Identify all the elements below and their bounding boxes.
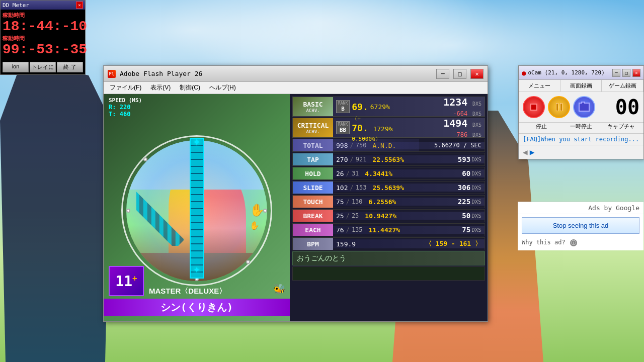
slide-label: SLIDE xyxy=(293,182,333,194)
dd-time-label1: 稼動時間 xyxy=(3,12,83,19)
each-stat-data: 76 / 135 11.4427% 75 DXS xyxy=(333,226,485,234)
song-subtitle-row xyxy=(292,266,485,281)
flash-icon-label: Fl xyxy=(109,71,115,76)
edge-dot-bottomright xyxy=(246,260,250,264)
stop-seeing-ad-button[interactable]: Stop seeing this ad xyxy=(522,217,639,234)
dd-btn-ion[interactable]: ion xyxy=(3,62,29,72)
basic-rank-badge: RANK B xyxy=(336,100,350,113)
touch-icon: ✋✋ xyxy=(250,203,265,231)
stop-btn-group xyxy=(523,96,545,118)
touch-label: TOUCH xyxy=(293,196,333,208)
ocam-menu-screen[interactable]: 画面録画 xyxy=(560,80,602,92)
flash-menubar: ファイル(F) 表示(V) 制御(C) ヘルプ(H) xyxy=(104,82,488,94)
speed-title: SPEED (MS) xyxy=(109,97,142,104)
dd-btn-end[interactable]: 終 了 xyxy=(57,62,83,72)
ocam-minimize-button[interactable]: ─ xyxy=(612,69,620,77)
bpm-stat-row: BPM 159.9 〈 159 - 161 〉 xyxy=(292,237,485,250)
total-stat-row: TOTAL 998 / 750 A.N.D. 5.66270 / SEC xyxy=(292,139,485,152)
ocam-window: ● oCam (21, 0, 1280, 720) ─ □ ✕ メニュー 画面録… xyxy=(518,65,644,159)
star-top: ✦ xyxy=(193,133,201,149)
ocam-control-area: 00 停止 一時停止 キャプチャ xyxy=(519,92,643,133)
flash-close-button[interactable]: ✕ xyxy=(470,69,484,79)
ocam-menu-game[interactable]: ゲーム録画 xyxy=(602,80,643,92)
slide-stat-data: 102 / 153 25.5639% 306 DXS xyxy=(333,184,485,192)
speed-t-label: T: xyxy=(109,111,116,118)
stop-button[interactable] xyxy=(523,96,545,118)
speed-r-value: 220 xyxy=(120,104,131,111)
menu-view[interactable]: 表示(V) xyxy=(146,82,175,93)
speed-display: SPEED (MS) R: 220 T: 460 xyxy=(109,97,142,118)
flash-maximize-button[interactable]: □ xyxy=(453,69,466,79)
critical-label: CRITICAL ACHV. xyxy=(293,118,333,137)
why-this-ad-link[interactable]: Why this ad? ⓘ xyxy=(518,237,643,250)
menu-control[interactable]: 制御(C) xyxy=(176,82,204,93)
character-left xyxy=(0,60,111,362)
capture-icon-notch xyxy=(581,102,585,104)
pause-bar-1 xyxy=(556,103,558,111)
dd-time-label2: 稼動時間 xyxy=(3,35,83,42)
dd-meter-close-button[interactable]: ✕ xyxy=(76,2,83,9)
speed-r-label: R: xyxy=(109,104,116,111)
tap-stat-data: 270 / 921 22.5563% 593 DXS xyxy=(333,155,485,163)
ocam-title: oCam (21, 0, 1280, 720) xyxy=(528,69,610,76)
ocam-icon: ● xyxy=(522,69,526,77)
dd-meter-content: 稼動時間 18:-44:-10 稼動時間 99:-53:-35 xyxy=(1,10,85,60)
hold-stat-row: HOLD 26 / 31 4.3441% 60 DXS xyxy=(292,167,485,180)
break-stat-data: 25 / 25 10.9427% 50 DXS xyxy=(333,212,485,220)
each-stat-row: EACH 76 / 135 11.4427% 75 DXS xyxy=(292,223,485,236)
ocam-menubar: メニュー 画面録画 ゲーム録画 xyxy=(519,80,643,92)
nav-forward-arrow[interactable]: ▶ xyxy=(530,147,535,157)
menu-file[interactable]: ファイル(F) xyxy=(106,82,145,93)
dd-btn-tray[interactable]: トレイに xyxy=(30,62,56,72)
speed-t: T: 460 xyxy=(109,111,142,118)
player-name: シン(くりきん) xyxy=(160,301,233,314)
game-content: SPEED (MS) R: 220 T: 460 xyxy=(104,94,488,321)
break-stat-row: BREAK 25 / 25 10.9427% 50 DXS xyxy=(292,209,485,222)
critical-pct-block: 〈+ 70. 1729% 0.5000%〉 xyxy=(352,113,392,143)
ocam-info-link[interactable]: [FAQ]When you start recording... xyxy=(519,133,643,145)
capture-label: キャプチャ xyxy=(603,123,639,130)
total-bar-bg xyxy=(293,139,419,151)
ocam-menu-menu[interactable]: メニュー xyxy=(519,80,560,92)
dd-meter-titlebar: DD Meter ✕ xyxy=(1,1,85,10)
ads-by-google: Ads by Google xyxy=(518,202,643,214)
basic-label: BASIC ACHV. xyxy=(293,97,333,116)
edge-dot-left xyxy=(126,209,130,213)
master-icon: 🐝 xyxy=(273,283,286,295)
menu-help[interactable]: ヘルプ(H) xyxy=(205,82,240,93)
basic-score-big: 1234 DXS xyxy=(443,96,481,108)
dd-time1: 18:-44:-10 xyxy=(3,19,83,35)
capture-icon xyxy=(579,103,590,112)
critical-score-row: CRITICAL ACHV. RANK BB 〈+ 70. 1729% 0 xyxy=(292,118,485,138)
bpm-label: BPM xyxy=(293,238,333,250)
nav-back-arrow[interactable]: ◀ xyxy=(523,147,528,157)
tap-stat-row: TAP 270 / 921 22.5563% 593 DXS xyxy=(292,153,485,166)
speed-t-value: 460 xyxy=(120,111,131,118)
ocam-close-button[interactable]: ✕ xyxy=(632,69,640,77)
critical-score-diff: -786 DXS xyxy=(443,129,481,139)
dd-time2: 99:-53:-35 xyxy=(3,42,83,58)
tap-label: TAP xyxy=(293,153,333,165)
ocam-nav: ◀ ▶ xyxy=(519,145,643,159)
critical-score-big: 1494 DXS xyxy=(443,117,481,129)
basic-score-diff: -664 DXS xyxy=(443,108,481,118)
ocam-maximize-button[interactable]: □ xyxy=(622,69,630,77)
hold-label: HOLD xyxy=(293,167,333,179)
pause-button[interactable] xyxy=(548,96,570,118)
slide-stat-row: SLIDE 102 / 153 25.5639% 306 DXS xyxy=(292,181,485,194)
ocam-control-labels: 停止 一時停止 キャプチャ xyxy=(519,123,643,133)
each-label: EACH xyxy=(293,224,333,236)
touch-stat-row: TOUCH 75 / 130 6.2556% 225 DXS xyxy=(292,195,485,208)
flash-minimize-button[interactable]: ─ xyxy=(436,69,449,79)
critical-rank-badge: RANK BB xyxy=(336,121,350,134)
break-label: BREAK xyxy=(293,210,333,222)
info-icon: ⓘ xyxy=(570,239,577,246)
score-panel: BASIC ACHV. RANK B 69. 6729% 1234 DXS xyxy=(290,94,488,321)
difficulty-number: 11+ xyxy=(115,273,137,290)
touch-stat-data: 75 / 130 6.2556% 225 DXS xyxy=(333,198,485,206)
circle-play-area: ✦ ✦ ✋✋ xyxy=(121,135,272,286)
svg-rect-2 xyxy=(136,175,184,246)
critical-score-vals: 1494 DXS -786 DXS xyxy=(443,117,481,139)
pause-label: 一時停止 xyxy=(562,123,599,130)
capture-button[interactable] xyxy=(573,96,595,118)
